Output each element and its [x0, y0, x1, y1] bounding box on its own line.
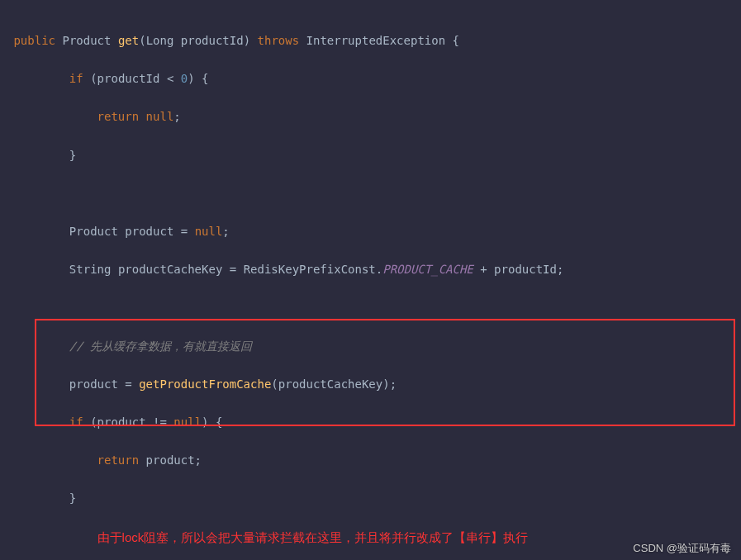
- variable: product: [97, 415, 146, 429]
- code-line: if (productId < 0) {: [7, 69, 734, 88]
- type-name: Product: [69, 225, 118, 238]
- method-name: get: [118, 34, 139, 47]
- class-ref: RedisKeyPrefixConst: [244, 263, 376, 276]
- keyword-if: if: [69, 415, 83, 429]
- watermark: CSDN @验证码有毒: [633, 539, 731, 557]
- code-line: [7, 184, 734, 203]
- code-line: if (product != null) {: [7, 413, 734, 432]
- code-line: public Product get(Long productId) throw…: [7, 31, 734, 50]
- keyword-return: return: [97, 110, 140, 123]
- param-type: Long: [146, 34, 174, 47]
- static-field: PRODUCT_CACHE: [382, 263, 473, 276]
- variable: product: [69, 377, 118, 391]
- type-name: Product: [62, 34, 111, 47]
- code-line: }: [7, 489, 734, 508]
- keyword-null: null: [173, 415, 202, 429]
- keyword-if: if: [69, 72, 83, 85]
- type-name: String: [69, 263, 112, 276]
- keyword-public: public: [13, 34, 55, 47]
- number-literal: 0: [181, 72, 188, 85]
- argument: productCacheKey: [278, 377, 382, 391]
- code-line: }: [7, 146, 734, 165]
- method-call: getProductFromCache: [139, 377, 271, 391]
- exception-type: InterruptedException: [306, 34, 446, 47]
- code-line: return null;: [7, 107, 734, 126]
- variable: productId: [97, 72, 160, 85]
- code-line: Product product = null;: [7, 222, 734, 241]
- variable: productId: [494, 263, 557, 276]
- keyword-return: return: [97, 453, 140, 467]
- code-line: [7, 298, 734, 317]
- comment: // 先从缓存拿数据，有就直接返回: [69, 339, 252, 353]
- code-line: product = getProductFromCache(productCac…: [7, 375, 734, 394]
- keyword-throws: throws: [258, 34, 300, 47]
- annotation-line: 由于lock阻塞，所以会把大量请求拦截在这里，并且将并行改成了【串行】执行: [7, 528, 734, 548]
- variable: product: [146, 453, 195, 467]
- code-line: String productCacheKey = RedisKeyPrefixC…: [7, 260, 734, 279]
- keyword-null: null: [146, 110, 174, 123]
- code-line: // 先从缓存拿数据，有就直接返回: [7, 337, 734, 356]
- annotation-text: 由于lock阻塞，所以会把大量请求拦截在这里，并且将并行改成了【串行】执行: [97, 530, 529, 544]
- code-editor: public Product get(Long productId) throw…: [0, 0, 741, 560]
- variable: productCacheKey: [118, 263, 222, 276]
- param-name: productId: [181, 34, 244, 47]
- keyword-null: null: [195, 225, 223, 238]
- code-line: return product;: [7, 451, 734, 470]
- variable: product: [125, 225, 173, 238]
